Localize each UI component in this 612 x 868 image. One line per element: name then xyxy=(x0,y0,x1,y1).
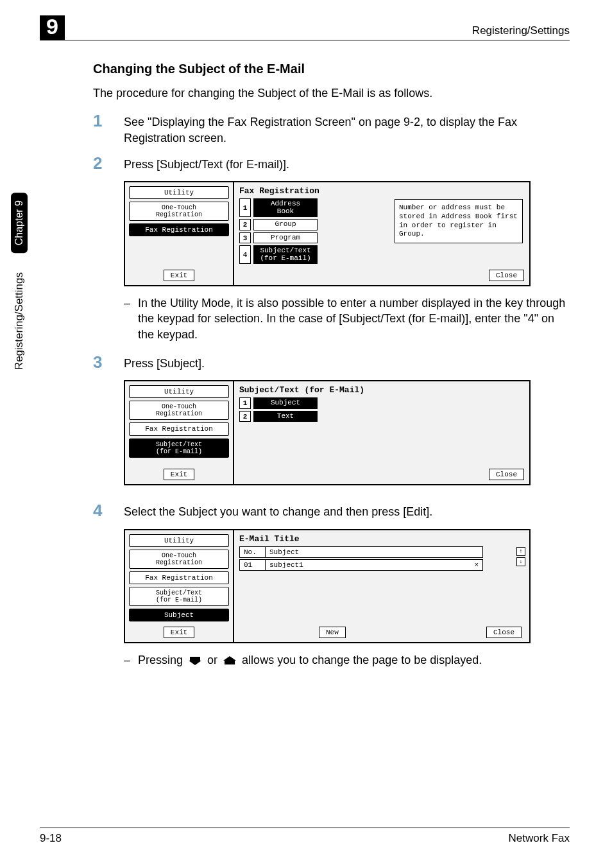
dash: – xyxy=(124,652,130,668)
step-text: Press [Subject/Text (for E-mail)]. xyxy=(124,155,289,172)
exit-button[interactable]: Exit xyxy=(164,270,194,281)
cell-mark: × xyxy=(470,560,482,570)
section-intro: The procedure for changing the Subject o… xyxy=(93,85,570,101)
row-num: 1 xyxy=(239,397,251,409)
header-section: Registering/Settings xyxy=(472,24,570,37)
lcd-title: Subject/Text (for E-Mail) xyxy=(239,385,524,395)
chapter-badge: 9 xyxy=(40,15,65,40)
lcd-title: E-Mail Title xyxy=(239,534,524,544)
step-number: 1 xyxy=(93,112,107,146)
row-num: 2 xyxy=(239,219,251,230)
close-button[interactable]: Close xyxy=(486,627,522,638)
tab-utility[interactable]: Utility xyxy=(129,385,229,398)
header-rule xyxy=(40,40,570,40)
tab-utility[interactable]: Utility xyxy=(129,534,229,547)
step-3: 3 Press [Subject]. xyxy=(93,354,570,371)
step-2: 2 Press [Subject/Text (for E-mail)]. xyxy=(93,155,570,172)
page-up-icon xyxy=(221,655,239,666)
tab-onetouch[interactable]: One-Touch Registration xyxy=(129,202,229,221)
table-header: No. Subject xyxy=(239,546,483,558)
lcd-main: E-Mail Title No. Subject 01 subject1 × ↑… xyxy=(234,530,529,642)
row-num: 4 xyxy=(239,245,251,264)
tab-onetouch[interactable]: One-Touch Registration xyxy=(129,401,229,420)
subject-text-button[interactable]: Subject/Text (for E-mail) xyxy=(253,245,318,264)
step-2-note: – In the Utility Mode, it is also possib… xyxy=(124,295,570,342)
dash: – xyxy=(124,295,130,342)
lcd-main: Subject/Text (for E-Mail) 1Subject 2Text… xyxy=(234,381,529,484)
new-button[interactable]: New xyxy=(319,627,346,638)
lcd-breadcrumb: Utility One-Touch Registration Fax Regis… xyxy=(125,381,234,484)
subject-button[interactable]: Subject xyxy=(253,397,318,409)
exit-button[interactable]: Exit xyxy=(164,627,194,638)
scrollbar[interactable]: ↑ ↓ xyxy=(516,547,525,566)
side-section-label: Registering/Settings xyxy=(13,272,26,370)
lcd-breadcrumb: Utility One-Touch Registration Fax Regis… xyxy=(125,182,234,285)
lcd-title: Fax Registration xyxy=(239,186,524,196)
tab-onetouch[interactable]: One-Touch Registration xyxy=(129,550,229,569)
tab-fax-registration[interactable]: Fax Registration xyxy=(129,422,229,435)
tab-subject-text[interactable]: Subject/Text (for E-mail) xyxy=(129,587,229,606)
main-content: Changing the Subject of the E-Mail The p… xyxy=(93,62,570,679)
step-number: 2 xyxy=(93,155,107,172)
note-text: In the Utility Mode, it is also possible… xyxy=(138,295,570,342)
side-tabs: Chapter 9 Registering/Settings xyxy=(6,193,32,370)
page-down-icon xyxy=(186,655,204,666)
lcd-screen-email-title: Utility One-Touch Registration Fax Regis… xyxy=(124,529,531,643)
tab-fax-registration[interactable]: Fax Registration xyxy=(129,223,229,236)
lcd-main: Fax Registration 1Address Book 2Group 3P… xyxy=(234,182,529,285)
step-4-note: – Pressing or allows you to change the p… xyxy=(124,652,570,668)
lcd-breadcrumb: Utility One-Touch Registration Fax Regis… xyxy=(125,530,234,642)
tab-subject-text[interactable]: Subject/Text (for E-mail) xyxy=(129,438,229,458)
footer-page-number: 9-18 xyxy=(40,832,62,845)
col-no: No. xyxy=(240,547,266,557)
section-heading: Changing the Subject of the E-Mail xyxy=(93,62,570,76)
text-button[interactable]: Text xyxy=(253,411,318,422)
svg-marker-1 xyxy=(189,661,201,665)
svg-rect-3 xyxy=(225,661,235,664)
lcd-screen-fax-registration: Utility One-Touch Registration Fax Regis… xyxy=(124,181,531,286)
col-subject: Subject xyxy=(266,547,303,557)
close-button[interactable]: Close xyxy=(489,469,524,480)
step-number: 3 xyxy=(93,354,107,371)
note-text: Pressing or allows you to change the pag… xyxy=(138,652,482,668)
page-footer: 9-18 Network Fax xyxy=(40,828,570,845)
cell-subject: subject1 xyxy=(266,560,470,570)
step-number: 4 xyxy=(93,502,107,519)
address-book-button[interactable]: Address Book xyxy=(253,198,318,217)
cell-no: 01 xyxy=(240,560,266,570)
exit-button[interactable]: Exit xyxy=(164,469,194,480)
footer-doc-title: Network Fax xyxy=(509,832,570,845)
step-4: 4 Select the Subject you want to change … xyxy=(93,502,570,519)
row-num: 3 xyxy=(239,232,251,244)
tab-fax-registration[interactable]: Fax Registration xyxy=(129,571,229,584)
table-row[interactable]: 01 subject1 × xyxy=(239,559,483,571)
step-text: Select the Subject you want to change an… xyxy=(124,502,432,519)
svg-marker-2 xyxy=(223,656,236,661)
row-num: 1 xyxy=(239,198,251,217)
step-text: Press [Subject]. xyxy=(124,354,205,371)
row-num: 2 xyxy=(239,411,251,422)
group-button[interactable]: Group xyxy=(253,219,318,230)
tab-utility[interactable]: Utility xyxy=(129,186,229,199)
scroll-up-icon[interactable]: ↑ xyxy=(516,547,525,556)
info-message: Number or address must be stored in Addr… xyxy=(395,199,523,243)
step-1: 1 See "Displaying the Fax Registration S… xyxy=(93,112,570,146)
scroll-down-icon[interactable]: ↓ xyxy=(516,557,525,566)
program-button[interactable]: Program xyxy=(253,232,318,244)
svg-rect-0 xyxy=(190,657,200,661)
lcd-screen-subject-text: Utility One-Touch Registration Fax Regis… xyxy=(124,380,531,485)
side-chapter-pill: Chapter 9 xyxy=(11,193,28,253)
tab-subject[interactable]: Subject xyxy=(129,609,229,621)
close-button[interactable]: Close xyxy=(489,270,524,281)
step-text: See "Displaying the Fax Registration Scr… xyxy=(124,112,570,146)
